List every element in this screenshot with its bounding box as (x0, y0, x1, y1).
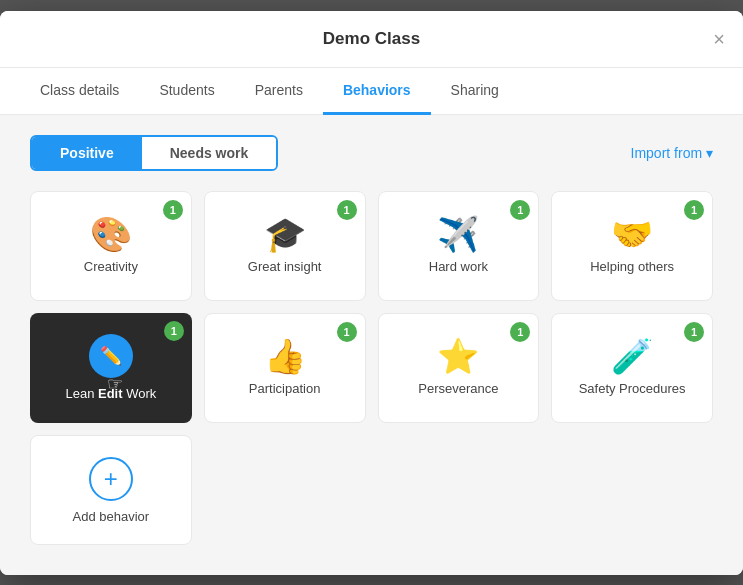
label-creativity: Creativity (84, 259, 138, 276)
behavior-card-perseverance[interactable]: 1 ⭐ Perseverance (378, 313, 540, 423)
tab-students[interactable]: Students (139, 68, 234, 115)
pencil-icon: ✏️ (100, 345, 122, 367)
tab-behaviors[interactable]: Behaviors (323, 68, 431, 115)
behaviors-grid: 1 🎨 Creativity 1 🎓 Great insight 1 ✈️ Ha… (30, 191, 713, 545)
icon-hard-work: ✈️ (437, 217, 479, 251)
label-helping-others: Helping others (590, 259, 674, 276)
badge-great-insight: 1 (337, 200, 357, 220)
behavior-card-safety-procedures[interactable]: 1 🧪 Safety Procedures (551, 313, 713, 423)
tab-class-details[interactable]: Class details (20, 68, 139, 115)
close-button[interactable]: × (713, 29, 725, 49)
needs-work-toggle-btn[interactable]: Needs work (142, 137, 277, 169)
behavior-card-great-insight[interactable]: 1 🎓 Great insight (204, 191, 366, 301)
add-behavior-card[interactable]: + Add behavior (30, 435, 192, 545)
tabs-bar: Class details Students Parents Behaviors… (0, 68, 743, 115)
controls-row: Positive Needs work Import from ▾ (30, 135, 713, 171)
behavior-card-lean-edit-work[interactable]: 1 ✏️ Lean Edit Work ☞ (30, 313, 192, 423)
modal-header: Demo Class × (0, 11, 743, 68)
behavior-card-helping-others[interactable]: 1 🤝 Helping others (551, 191, 713, 301)
add-behavior-label: Add behavior (73, 509, 150, 524)
badge-participation: 1 (337, 322, 357, 342)
badge-hard-work: 1 (510, 200, 530, 220)
icon-participation: 👍 (264, 339, 306, 373)
icon-great-insight: 🎓 (264, 217, 306, 251)
badge-helping-others: 1 (684, 200, 704, 220)
edit-overlay: ✏️ Lean Edit Work ☞ (30, 313, 192, 423)
label-safety-procedures: Safety Procedures (579, 381, 686, 398)
positive-toggle-btn[interactable]: Positive (32, 137, 142, 169)
behavior-card-creativity[interactable]: 1 🎨 Creativity (30, 191, 192, 301)
edit-icon-circle: ✏️ (89, 334, 133, 378)
tab-sharing[interactable]: Sharing (431, 68, 519, 115)
icon-creativity: 🎨 (90, 217, 132, 251)
import-button[interactable]: Import from ▾ (631, 145, 713, 161)
behavior-card-hard-work[interactable]: 1 ✈️ Hard work (378, 191, 540, 301)
add-icon: + (89, 457, 133, 501)
label-participation: Participation (249, 381, 321, 398)
badge-perseverance: 1 (510, 322, 530, 342)
label-great-insight: Great insight (248, 259, 322, 276)
positive-needs-toggle: Positive Needs work (30, 135, 278, 171)
label-hard-work: Hard work (429, 259, 488, 276)
icon-perseverance: ⭐ (437, 339, 479, 373)
modal-title: Demo Class (323, 29, 420, 49)
tab-parents[interactable]: Parents (235, 68, 323, 115)
modal: Demo Class × Class details Students Pare… (0, 11, 743, 575)
content-area: Positive Needs work Import from ▾ 1 🎨 Cr… (0, 115, 743, 575)
lean-edit-work-label: Lean Edit Work (65, 386, 156, 401)
behavior-card-participation[interactable]: 1 👍 Participation (204, 313, 366, 423)
icon-safety-procedures: 🧪 (611, 339, 653, 373)
badge-safety-procedures: 1 (684, 322, 704, 342)
label-perseverance: Perseverance (418, 381, 498, 398)
icon-helping-others: 🤝 (611, 217, 653, 251)
badge-creativity: 1 (163, 200, 183, 220)
